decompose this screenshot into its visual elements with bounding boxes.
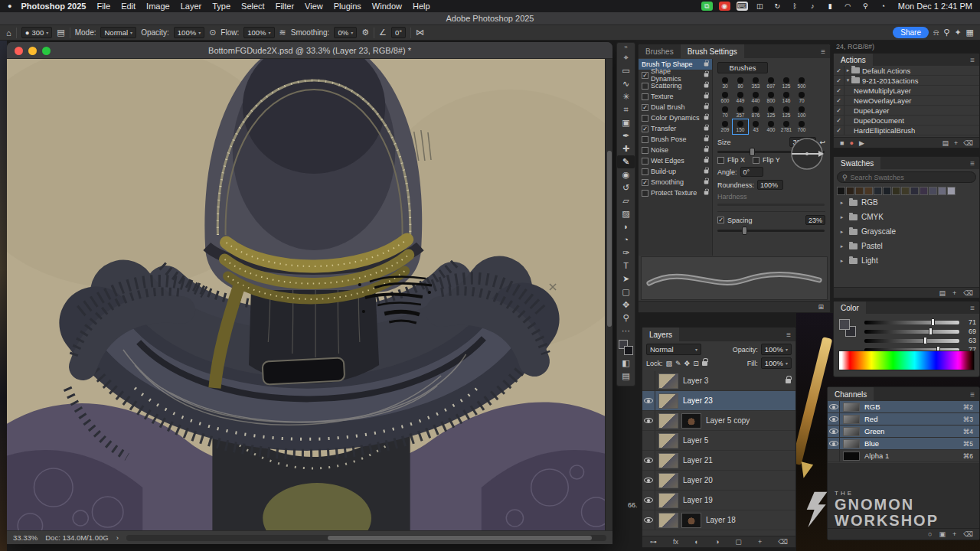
type-tool[interactable]: T: [617, 259, 635, 272]
vertical-scrollbar[interactable]: [605, 59, 612, 530]
color-slider[interactable]: [864, 330, 959, 334]
layer-row[interactable]: Layer 5 copy: [642, 411, 795, 431]
visibility-toggle[interactable]: [642, 391, 655, 410]
panel-menu-icon[interactable]: ≡: [965, 54, 979, 66]
menu-type[interactable]: Type: [212, 2, 230, 11]
flip-x-checkbox[interactable]: [717, 157, 724, 164]
brush-tip[interactable]: 125: [779, 105, 794, 119]
spacing-slider-thumb[interactable]: [742, 227, 747, 235]
swatch[interactable]: [892, 187, 900, 195]
swatch-group-light[interactable]: ▸Light: [834, 253, 979, 268]
disclosure-icon[interactable]: ▸: [838, 258, 845, 264]
lock-all-icon[interactable]: [702, 361, 707, 366]
app-menu[interactable]: Photoshop 2025: [21, 2, 86, 11]
action-toggle[interactable]: ✓: [834, 126, 844, 135]
tab-brushes[interactable]: Brushes: [639, 44, 681, 58]
menu-view[interactable]: View: [305, 2, 323, 11]
visibility-toggle[interactable]: [642, 371, 655, 390]
channel-row[interactable]: Red ⌘3: [828, 413, 979, 425]
lock-icon[interactable]: [704, 148, 709, 152]
tab-swatches[interactable]: Swatches: [834, 157, 880, 169]
slider-value[interactable]: 69: [964, 328, 976, 335]
swatch[interactable]: [855, 187, 864, 195]
action-toggle[interactable]: ✓: [834, 96, 844, 105]
volume-icon[interactable]: ♪: [807, 2, 818, 11]
checkbox[interactable]: ✓: [642, 72, 648, 79]
wifi-icon[interactable]: ◠: [842, 2, 854, 11]
channel-name[interactable]: Blue: [864, 439, 879, 448]
brushes-button[interactable]: Brushes: [717, 62, 768, 73]
canvas-artwork[interactable]: [7, 59, 612, 530]
new-brush-icon[interactable]: ⊞: [818, 303, 824, 311]
section-transfer[interactable]: ✓Transfer: [639, 123, 712, 134]
close-button[interactable]: [15, 47, 23, 55]
spacing-checkbox[interactable]: ✓: [717, 217, 724, 223]
brush-tip[interactable]: 600: [717, 90, 733, 105]
lasso-tool[interactable]: ∿: [617, 77, 635, 90]
dodge-tool[interactable]: ◔: [617, 233, 635, 246]
checkbox[interactable]: ✓: [642, 83, 648, 90]
window-icon[interactable]: ◫: [754, 2, 766, 11]
new-action-icon[interactable]: +: [954, 139, 958, 147]
screen-share-icon[interactable]: ⧉: [701, 2, 713, 11]
layer-thumbnail[interactable]: [658, 453, 678, 468]
control-center-icon[interactable]: ◔: [877, 2, 889, 11]
brush-tip[interactable]: 697: [763, 76, 779, 90]
action-toggle[interactable]: ✓: [834, 76, 844, 85]
hand-tool[interactable]: ✥: [617, 298, 635, 311]
swatch-group-grayscale[interactable]: ▸Grayscale: [834, 224, 979, 239]
lock-icon[interactable]: [704, 106, 709, 109]
section-dual-brush[interactable]: ✓Dual Brush: [639, 102, 712, 112]
action-toggle[interactable]: ✓: [834, 66, 844, 75]
brush-tip[interactable]: 440: [748, 90, 763, 105]
visibility-toggle[interactable]: [642, 451, 655, 470]
swatch-group-pastel[interactable]: ▸Pastel: [834, 239, 979, 253]
brush-tip[interactable]: 209: [717, 119, 733, 134]
slider-value[interactable]: 63: [964, 337, 976, 344]
swatch-group-cmyk[interactable]: ▸CMYK: [834, 210, 979, 224]
flow-select[interactable]: 100% ▾: [243, 27, 274, 38]
section-build-up[interactable]: ✓Build-up: [639, 166, 712, 177]
lock-artboard-icon[interactable]: ⊡: [693, 360, 699, 367]
edit-toolbar-icon[interactable]: ⋯: [617, 324, 635, 337]
channel-name[interactable]: Red: [864, 415, 877, 423]
disclosure-icon[interactable]: ▸: [838, 200, 845, 206]
menu-select[interactable]: Select: [241, 2, 265, 11]
checkbox[interactable]: ✓: [642, 158, 648, 165]
lock-transparency-icon[interactable]: ▨: [666, 360, 673, 367]
section-shape-dynamics[interactable]: ✓Shape Dynamics: [639, 70, 712, 80]
panel-menu-icon[interactable]: ≡: [816, 44, 830, 58]
layer-group-icon[interactable]: ▢: [735, 538, 742, 546]
tab-channels[interactable]: Channels: [828, 387, 874, 401]
swatch-group-rgb[interactable]: ▸RGB: [834, 195, 979, 210]
section-wet-edges[interactable]: ✓Wet Edges: [639, 155, 712, 166]
lock-icon[interactable]: [704, 95, 709, 99]
screen-mode-icon[interactable]: ▤: [617, 370, 635, 383]
tab-color[interactable]: Color: [834, 302, 866, 314]
channel-row[interactable]: RGB ⌘2: [828, 401, 979, 413]
layer-name[interactable]: Layer 19: [683, 496, 713, 504]
layer-thumbnail[interactable]: [658, 413, 678, 429]
flip-y-checkbox[interactable]: [753, 157, 760, 164]
lock-icon[interactable]: [704, 181, 709, 184]
frame-tool[interactable]: ▣: [617, 116, 635, 129]
vertical-scrollbar-thumb[interactable]: [607, 151, 612, 327]
menu-filter[interactable]: Filter: [276, 2, 294, 11]
opacity-select[interactable]: 100% ▾: [174, 27, 204, 38]
slider-thumb[interactable]: [931, 318, 935, 326]
canvas[interactable]: [7, 59, 612, 530]
apple-menu[interactable]: ●: [8, 2, 11, 10]
toggle-brush-panel-icon[interactable]: ▤: [57, 28, 64, 37]
move-tool[interactable]: ⌖: [617, 51, 635, 64]
lock-icon[interactable]: [704, 127, 709, 131]
checkbox[interactable]: ✓: [642, 190, 648, 197]
layer-effects-icon[interactable]: fx: [673, 538, 678, 546]
action-set-row[interactable]: ✓▸Default Actions: [834, 66, 979, 76]
checkbox[interactable]: ✓: [642, 179, 648, 186]
pen-tool[interactable]: ✑: [617, 246, 635, 259]
swatch[interactable]: [938, 187, 946, 195]
checkbox[interactable]: ✓: [642, 126, 648, 132]
horizontal-scrollbar-thumb[interactable]: [328, 536, 592, 540]
action-label[interactable]: DupeLayer: [854, 106, 889, 115]
section-smoothing[interactable]: ✓Smoothing: [639, 177, 712, 187]
